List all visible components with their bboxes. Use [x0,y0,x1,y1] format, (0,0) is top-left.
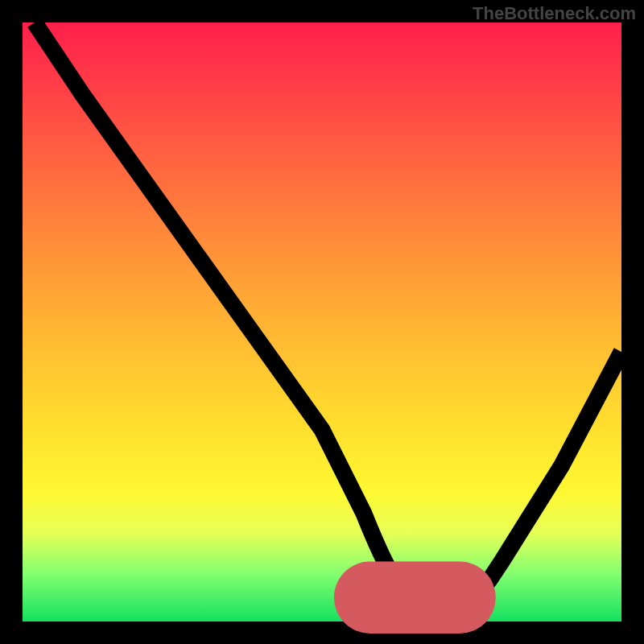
chart-svg [23,23,621,621]
chart-frame: TheBottleneck.com [0,0,644,644]
bottleneck-curve [35,23,621,609]
optimal-point-dot [469,582,488,601]
watermark: TheBottleneck.com [473,3,636,24]
plot-area [23,23,621,621]
